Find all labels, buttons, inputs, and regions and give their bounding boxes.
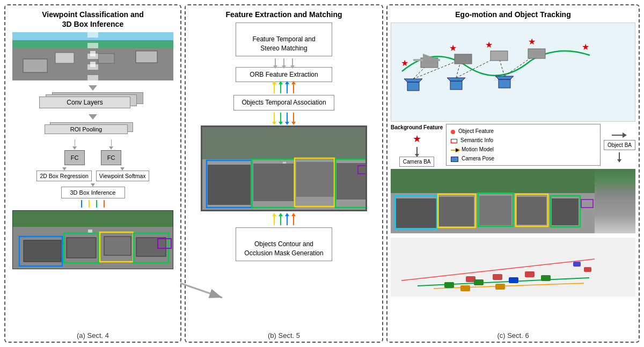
svg-rect-7 [136,51,157,63]
svg-text:★: ★ [449,43,457,53]
scene-image-b [201,125,367,211]
panel-b: Feature Extraction and Matching Feature … [185,4,383,343]
svg-rect-79 [509,277,518,283]
tracking-image [391,169,635,233]
svg-rect-82 [495,284,505,290]
svg-rect-5 [55,53,74,63]
legend-box: Object Feature Semantic Info Motion Mode… [446,124,601,166]
svg-rect-63 [552,198,579,225]
svg-text:★: ★ [528,37,536,46]
svg-rect-62 [517,197,546,225]
roi-pooling-box: ROI Pooling [45,124,128,134]
svg-rect-84 [584,267,591,272]
trajectory-image [391,238,635,297]
svg-rect-46 [421,58,438,68]
feature-temporal-box: Feature Temporal and Stereo Matching [236,23,332,56]
svg-rect-22 [202,127,367,159]
svg-text:★: ★ [401,58,408,68]
viewpoint-softmax: Viewpoint Softmax [96,171,149,181]
svg-rect-55 [391,169,595,193]
camera-ba-box: Camera BA [399,157,435,167]
svg-rect-25 [208,165,251,205]
panel-c: Ego-motion and Object Tracking [386,4,640,343]
svg-rect-81 [460,285,470,291]
panel-a: Viewpoint Classification and 3D Box Infe… [4,4,181,343]
svg-rect-16 [136,238,166,256]
svg-rect-27 [296,162,334,197]
object-ba-box: Object BA [604,140,635,150]
fc-right: FC [101,150,121,165]
panel-b-caption: (b) Sect. 5 [268,331,300,339]
svg-rect-15 [104,237,131,255]
svg-rect-61 [479,196,511,225]
svg-rect-83 [573,262,581,267]
svg-rect-59 [396,198,436,228]
svg-rect-34 [407,82,419,91]
bg-feature-label: Background Feature [391,124,443,131]
svg-text:★: ★ [485,40,493,49]
panel-a-caption: (a) Sect. 4 [77,331,109,339]
svg-rect-76 [525,271,535,277]
fc-left: FC [64,150,85,165]
svg-rect-6 [98,54,114,63]
svg-rect-75 [493,274,502,280]
road-image-a [12,32,173,80]
arrow-conv-to-roi [89,114,97,120]
svg-marker-35 [404,79,422,82]
main-container: Viewpoint Classification and 3D Box Infe… [0,0,644,347]
inference-image [12,210,173,269]
box3d-inference: 3D Box Inference [61,187,125,198]
objects-temporal-box: Objects Temporal Association [233,95,334,110]
svg-marker-39 [495,76,514,79]
svg-marker-37 [447,78,465,81]
svg-rect-77 [444,282,454,288]
svg-rect-38 [499,79,510,88]
conv-layers-box: Conv Layers [39,97,130,108]
orb-feature-box: ORB Feature Extraction [236,67,332,83]
panel-b-title: Feature Extraction and Matching [225,10,342,19]
svg-rect-47 [455,54,472,64]
svg-rect-4 [90,62,96,67]
svg-rect-13 [24,240,61,262]
panel-a-title: Viewpoint Classification and 3D Box Infe… [42,10,144,29]
box2d-regression: 2D Box Regression [36,171,91,181]
svg-rect-28 [336,163,366,200]
svg-text:★: ★ [582,42,589,51]
svg-rect-60 [439,197,474,226]
svg-rect-48 [491,51,508,61]
panel-c-title: Ego-motion and Object Tracking [455,10,570,19]
svg-rect-49 [528,49,545,58]
svg-rect-3 [90,51,96,56]
panel-c-caption: (c) Sect. 6 [497,331,529,339]
svg-rect-36 [450,81,462,90]
contour-mask-box: Objects Contour and Occlusion Mask Gener… [236,227,332,261]
svg-rect-26 [253,164,294,201]
svg-rect-78 [474,279,484,285]
svg-rect-80 [541,275,551,281]
svg-rect-8 [23,59,47,72]
svg-rect-14 [67,238,96,258]
svg-rect-1 [12,40,173,48]
arrow-road-to-conv [89,85,97,91]
